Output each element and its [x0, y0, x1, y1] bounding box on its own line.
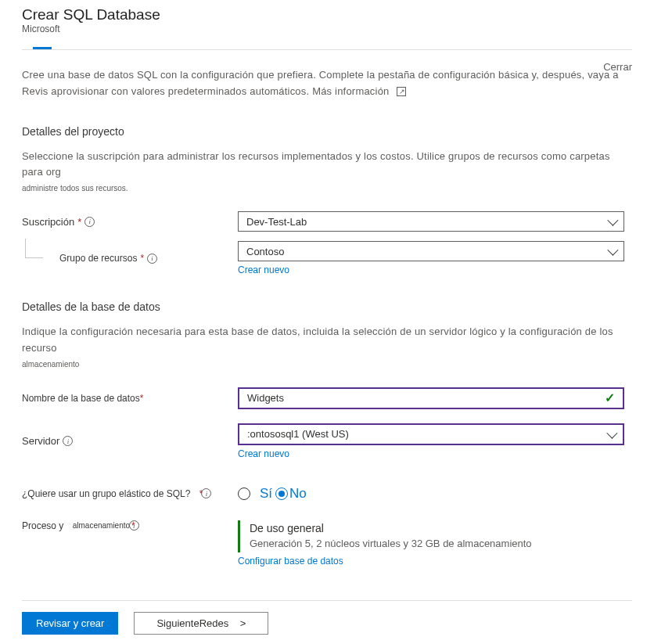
compute-summary: De uso general Generación 5, 2 núcleos v…	[238, 520, 624, 552]
compute-storage-label: Proceso y almacenamiento * i	[22, 520, 238, 531]
compute-tier: De uso general	[250, 522, 624, 534]
database-name-input[interactable]: Widgets ✓	[238, 387, 624, 409]
subscription-label: Suscripción* i	[22, 216, 238, 228]
server-label: Servidor i	[22, 435, 238, 447]
radio-yes-label: Sí	[260, 486, 272, 502]
info-icon[interactable]: i	[63, 436, 73, 446]
database-details-heading: Detalles de la base de datos	[22, 300, 632, 313]
radio-no[interactable]	[275, 487, 288, 500]
chevron-down-icon	[607, 245, 618, 256]
create-new-server-link[interactable]: Crear nuevo	[238, 448, 289, 459]
tab-active-indicator	[33, 47, 52, 49]
elastic-pool-label: ¿Quiere usar un grupo elástico de SQL? *…	[22, 488, 238, 499]
radio-no-label: No	[289, 486, 307, 502]
create-new-rg-link[interactable]: Crear nuevo	[238, 264, 289, 275]
server-select[interactable]: :ontososql1 (West US)	[238, 423, 624, 445]
intro-description: Cree una base de datos SQL con la config…	[22, 67, 632, 100]
external-link-icon[interactable]	[397, 87, 406, 96]
subscription-select[interactable]: Dev-Test-Lab	[238, 211, 624, 232]
resource-group-select[interactable]: Contoso	[238, 241, 624, 261]
project-details-desc: Seleccione la suscripción para administr…	[22, 149, 632, 182]
close-link[interactable]: Cerrar	[603, 61, 632, 73]
checkmark-icon: ✓	[605, 390, 615, 405]
more-info-link[interactable]: Más información	[312, 85, 389, 97]
project-details-note: administre todos sus recursos.	[22, 184, 632, 192]
subscription-value: Dev-Test-Lab	[246, 216, 307, 228]
compute-detail: Generación 5, 2 núcleos virtuales y 32 G…	[250, 538, 624, 549]
database-name-value: Widgets	[247, 392, 284, 404]
resource-group-value: Contoso	[246, 246, 284, 257]
info-icon[interactable]: i	[201, 488, 211, 498]
database-details-note: almacenamiento	[22, 360, 632, 369]
page-subtitle: Microsoft	[22, 23, 632, 34]
configure-database-link[interactable]: Configurar base de datos	[238, 556, 343, 567]
tabs-container	[22, 39, 632, 50]
resource-group-label: Grupo de recursos* i	[22, 253, 238, 264]
chevron-down-icon	[607, 215, 618, 226]
chevron-down-icon	[606, 427, 617, 438]
server-value: :ontososql1 (West US)	[247, 428, 349, 440]
page-title: Crear SQL Database	[22, 6, 632, 23]
database-name-label: Nombre de la base de datos*	[22, 393, 238, 404]
info-icon[interactable]: i	[129, 520, 139, 531]
info-icon[interactable]: i	[147, 254, 157, 264]
radio-yes[interactable]	[238, 487, 250, 500]
database-details-desc: Indique la configuración necesaria para …	[22, 324, 632, 357]
project-details-heading: Detalles del proyecto	[22, 125, 632, 138]
info-icon[interactable]: i	[84, 217, 95, 227]
